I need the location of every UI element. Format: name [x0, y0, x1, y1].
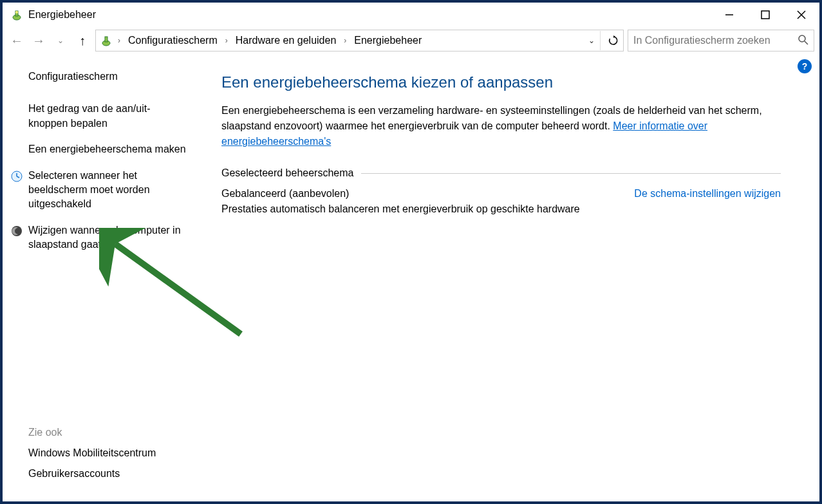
sidebar-link-sleep[interactable]: Wijzigen wanneer de computer in slaapsta… — [10, 223, 189, 252]
page-description: Een energiebeheerschema is een verzameli… — [221, 103, 781, 149]
breadcrumb[interactable]: › Configuratiescherm › Hardware en gelui… — [95, 30, 624, 51]
titlebar: Energiebeheer — [3, 3, 819, 27]
navbar: ← → ⌄ ↑ › Configuratiescherm › Hardware … — [3, 27, 819, 54]
shield-clock-icon — [10, 170, 23, 183]
chevron-right-icon: › — [115, 36, 123, 45]
sidebar-item-label: Wijzigen wanneer de computer in slaapsta… — [28, 223, 189, 252]
search-field[interactable] — [633, 35, 798, 46]
forward-button[interactable]: → — [30, 32, 48, 50]
main-content: Een energiebeheerschema kiezen of aanpas… — [202, 54, 819, 501]
breadcrumb-item[interactable]: Configuratiescherm — [126, 33, 220, 48]
plan-row: Gebalanceerd (aanbevolen) De schema-inst… — [221, 188, 781, 200]
recent-dropdown[interactable]: ⌄ — [51, 32, 70, 50]
search-input[interactable] — [628, 30, 814, 51]
see-also-heading: Zie ook — [28, 427, 189, 438]
search-icon[interactable] — [798, 35, 808, 47]
svg-point-2 — [15, 11, 18, 14]
minimize-button[interactable] — [711, 3, 747, 27]
sidebar: Configuratiescherm Het gedrag van de aan… — [3, 54, 202, 501]
plan-name: Gebalanceerd (aanbevolen) — [221, 188, 349, 200]
svg-point-9 — [799, 35, 805, 42]
chevron-down-icon[interactable]: ⌄ — [588, 36, 595, 45]
section-header: Geselecteerd beheerschema — [221, 167, 781, 179]
page-title: Een energiebeheerschema kiezen of aanpas… — [221, 73, 781, 91]
section-title: Geselecteerd beheerschema — [221, 167, 353, 179]
see-also-mobility[interactable]: Windows Mobiliteitscentrum — [28, 447, 189, 459]
see-also-accounts[interactable]: Gebruikersaccounts — [28, 468, 189, 480]
refresh-button[interactable] — [600, 31, 619, 50]
breadcrumb-item[interactable]: Energiebeheer — [351, 33, 424, 48]
breadcrumb-item[interactable]: Hardware en geluiden — [233, 33, 339, 48]
shield-moon-icon — [10, 225, 23, 238]
window-title: Energiebeheer — [28, 9, 96, 21]
window: Energiebeheer ← → ⌄ ↑ › Configuratiesche… — [3, 3, 819, 501]
plan-description: Prestaties automatisch balanceren met en… — [221, 203, 781, 215]
sidebar-link-create-plan[interactable]: Een energiebeheerschema maken — [28, 142, 189, 156]
chevron-right-icon: › — [341, 36, 349, 45]
control-panel-home-link[interactable]: Configuratiescherm — [28, 70, 189, 84]
svg-rect-8 — [105, 37, 107, 42]
up-button[interactable]: ↑ — [73, 32, 91, 50]
sidebar-link-button-behavior[interactable]: Het gedrag van de aan/uit-knoppen bepale… — [28, 102, 189, 131]
window-controls — [711, 3, 819, 27]
sidebar-item-label: Selecteren wanneer het beeldscherm moet … — [28, 169, 189, 212]
close-button[interactable] — [783, 3, 819, 27]
change-plan-settings-link[interactable]: De schema-instellingen wijzigen — [634, 188, 781, 200]
content-area: ? Configuratiescherm Het gedrag van de a… — [3, 54, 819, 501]
divider — [361, 173, 781, 174]
help-icon[interactable]: ? — [798, 59, 812, 73]
svg-line-10 — [805, 41, 808, 44]
see-also-section: Zie ook Windows Mobiliteitscentrum Gebru… — [28, 427, 189, 489]
chevron-right-icon: › — [223, 36, 230, 45]
maximize-button[interactable] — [747, 3, 783, 27]
svg-rect-4 — [761, 11, 769, 19]
power-options-icon — [10, 8, 23, 21]
power-options-icon — [100, 34, 113, 47]
back-button[interactable]: ← — [8, 32, 26, 50]
sidebar-link-display-off[interactable]: Selecteren wanneer het beeldscherm moet … — [10, 169, 189, 212]
